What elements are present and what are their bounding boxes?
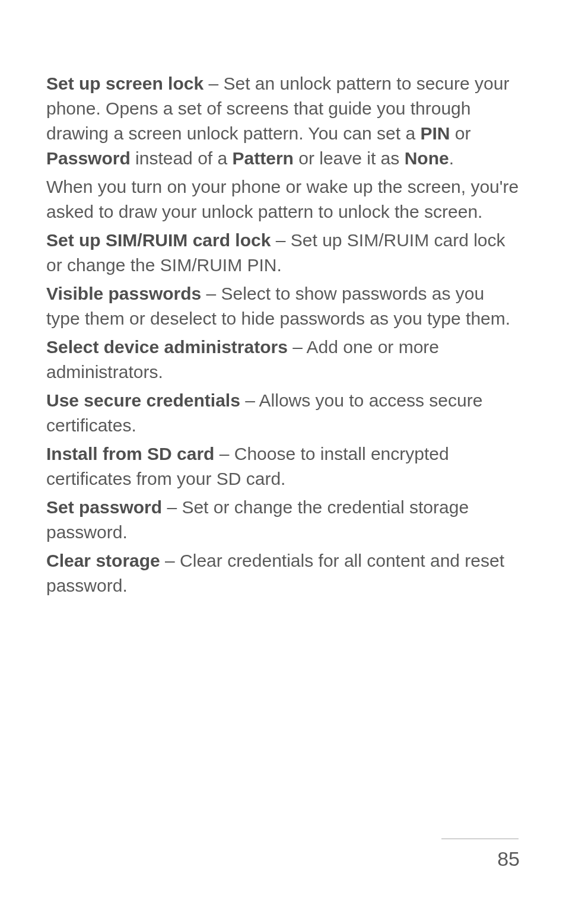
- text: .: [449, 148, 454, 168]
- text: or: [450, 123, 470, 143]
- footer-rule: [441, 839, 519, 839]
- term-password: Password: [46, 148, 131, 168]
- text: or leave it as: [294, 148, 405, 168]
- page-footer: 85: [441, 839, 520, 871]
- term-set-up-screen-lock: Set up screen lock: [46, 74, 203, 93]
- para-set-up-screen-lock: Set up screen lock – Set an unlock patte…: [46, 71, 520, 171]
- term-install-sd: Install from SD card: [46, 444, 214, 463]
- term-clear-storage: Clear storage: [46, 551, 160, 570]
- para-device-admins: Select device administrators – Add one o…: [46, 335, 520, 385]
- term-none: None: [405, 148, 449, 168]
- term-pin: PIN: [420, 123, 450, 143]
- term-set-password: Set password: [46, 497, 162, 517]
- para-install-sd: Install from SD card – Choose to install…: [46, 442, 520, 491]
- term-sim-ruim-lock: Set up SIM/RUIM card lock: [46, 230, 271, 250]
- para-sim-ruim-lock: Set up SIM/RUIM card lock – Set up SIM/R…: [46, 228, 520, 278]
- para-set-password: Set password – Set or change the credent…: [46, 495, 520, 545]
- term-device-admins: Select device administrators: [46, 337, 288, 357]
- term-visible-passwords: Visible passwords: [46, 284, 201, 303]
- page-content: Set up screen lock – Set an unlock patte…: [0, 0, 566, 598]
- term-secure-credentials: Use secure credentials: [46, 390, 240, 410]
- page-number: 85: [497, 847, 520, 871]
- text: instead of a: [131, 148, 233, 168]
- para-clear-storage: Clear storage – Clear credentials for al…: [46, 548, 520, 598]
- term-pattern: Pattern: [233, 148, 294, 168]
- para-visible-passwords: Visible passwords – Select to show passw…: [46, 281, 520, 331]
- para-unlock-note: When you turn on your phone or wake up t…: [46, 174, 520, 224]
- para-secure-credentials: Use secure credentials – Allows you to a…: [46, 388, 520, 438]
